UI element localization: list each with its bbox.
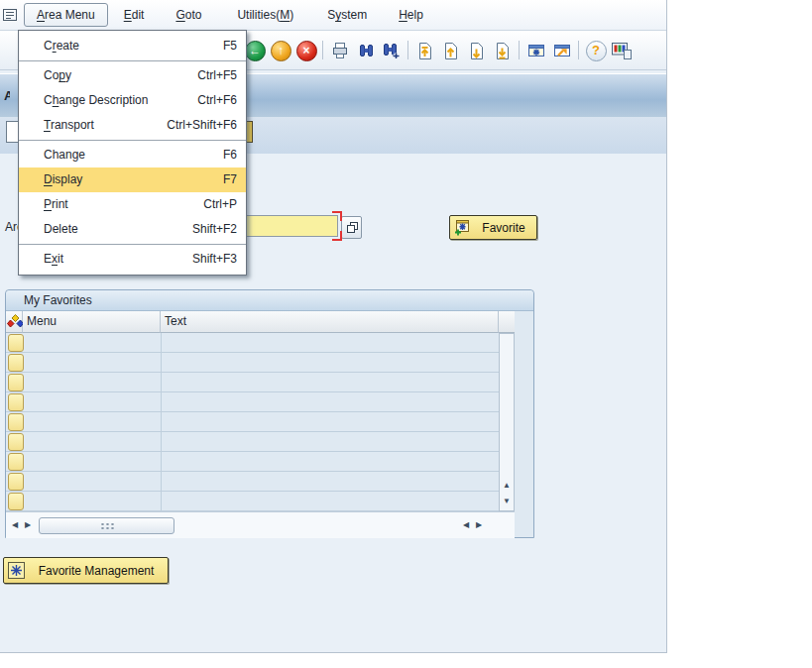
menu-item-transport[interactable]: Transport Ctrl+Shift+F6 xyxy=(19,113,246,138)
system-menu-icon[interactable] xyxy=(3,8,18,22)
menubar-item-area-menu[interactable]: Area Menu xyxy=(24,3,108,27)
area-menu-dropdown: Create F5 Copy Ctrl+F5 Change Descriptio… xyxy=(18,30,247,276)
menu-item-copy[interactable]: Copy Ctrl+F5 xyxy=(19,63,246,88)
favorites-table-body xyxy=(6,333,499,511)
column-header-menu[interactable]: Menu xyxy=(23,311,161,333)
row-select-button[interactable] xyxy=(8,374,24,391)
focus-corner xyxy=(332,231,342,241)
create-shortcut-icon[interactable] xyxy=(550,39,574,62)
exit-icon[interactable]: ↑ xyxy=(269,39,292,62)
scroll-up-icon[interactable]: ▲ xyxy=(500,478,514,494)
scroll-left-icon[interactable]: ◀ xyxy=(9,517,21,533)
menu-separator xyxy=(19,244,246,245)
matchcode-button[interactable] xyxy=(341,216,362,239)
first-page-icon[interactable] xyxy=(413,39,437,62)
vertical-scrollbar[interactable]: ▲ ▼ xyxy=(499,333,515,511)
add-favorite-icon xyxy=(454,219,471,236)
row-select-button[interactable] xyxy=(8,453,24,471)
text-cell xyxy=(161,333,499,352)
menubar: Area Menu Edit Goto Utilities(M) System … xyxy=(0,0,666,31)
text-cell xyxy=(161,412,499,431)
menu-cell xyxy=(23,392,162,411)
favorite-button[interactable]: Favorite xyxy=(449,215,537,240)
menubar-item-help[interactable]: Help xyxy=(389,4,433,26)
toolbar-separator xyxy=(407,41,408,59)
menu-item-change-description[interactable]: Change Description Ctrl+F6 xyxy=(19,88,246,113)
help-icon[interactable]: ? xyxy=(584,39,608,62)
column-header-text[interactable]: Text xyxy=(161,311,499,333)
table-row xyxy=(6,452,499,472)
row-select-button[interactable] xyxy=(8,393,24,411)
row-select-button[interactable] xyxy=(8,433,24,451)
menubar-item-goto[interactable]: Goto xyxy=(166,4,211,26)
cancel-icon[interactable]: × xyxy=(294,39,318,62)
menubar-item-edit[interactable]: Edit xyxy=(114,4,155,26)
print-icon[interactable] xyxy=(328,39,352,62)
overlapping-pages-icon xyxy=(345,221,359,235)
toolbar-separator xyxy=(519,41,520,59)
row-select-button[interactable] xyxy=(8,413,24,431)
menubar-item-utilities[interactable]: Utilities(M) xyxy=(227,4,303,26)
my-favorites-panel: My Favorites Menu Text xyxy=(5,289,534,538)
horizontal-scrollbar[interactable]: ◀ ▶ ◀ ▶ xyxy=(6,511,515,538)
menu-item-print[interactable]: Print Ctrl+P xyxy=(19,192,246,217)
menu-cell xyxy=(23,472,162,491)
hierarchy-icon xyxy=(7,314,24,328)
menu-item-exit[interactable]: Exit Shift+F3 xyxy=(19,247,246,272)
menu-item-change[interactable]: Change F6 xyxy=(19,143,246,167)
scroll-down-icon[interactable]: ▼ xyxy=(500,494,514,509)
last-page-icon[interactable] xyxy=(491,39,515,62)
table-row xyxy=(6,492,499,511)
menu-cell xyxy=(23,432,162,451)
screen: Area Menu Edit Goto Utilities(M) System … xyxy=(0,0,812,668)
scrollbar-thumb[interactable] xyxy=(39,517,174,534)
text-cell xyxy=(161,353,499,372)
table-row xyxy=(6,432,499,452)
previous-page-icon[interactable] xyxy=(439,39,463,62)
selection-column-header[interactable] xyxy=(6,311,23,333)
scrollbar-header-cap xyxy=(499,311,515,333)
scroll-left-icon[interactable]: ◀ xyxy=(460,517,472,533)
next-page-icon[interactable] xyxy=(465,39,489,62)
scroll-right-icon[interactable]: ▶ xyxy=(22,517,34,533)
favorite-management-label: Favorite Management xyxy=(25,564,168,578)
menu-cell xyxy=(23,373,162,391)
table-row xyxy=(6,412,499,432)
new-session-icon[interactable] xyxy=(524,39,548,62)
menubar-item-system[interactable]: System xyxy=(317,4,377,26)
menu-item-display[interactable]: Display F7 xyxy=(19,167,246,192)
table-row xyxy=(6,353,499,373)
find-icon[interactable] xyxy=(354,39,378,62)
favorite-button-label: Favorite xyxy=(471,221,536,235)
panel-title: My Favorites xyxy=(6,290,533,311)
menu-item-delete[interactable]: Delete Shift+F2 xyxy=(19,217,246,242)
table-header-row: Menu Text xyxy=(6,311,515,333)
window-title: A xyxy=(4,88,10,102)
menu-cell xyxy=(23,412,162,431)
text-cell xyxy=(161,452,499,471)
text-cell xyxy=(161,492,499,510)
thumb-grip xyxy=(100,522,114,529)
menu-item-create[interactable]: Create F5 xyxy=(19,34,246,58)
favorite-management-icon xyxy=(8,562,25,579)
menu-cell xyxy=(23,333,162,352)
toolbar-separator xyxy=(322,41,323,59)
sap-window: Area Menu Edit Goto Utilities(M) System … xyxy=(0,0,667,653)
text-cell xyxy=(161,472,499,491)
text-cell xyxy=(161,432,499,451)
customize-layout-icon[interactable] xyxy=(610,39,634,62)
favorite-management-button[interactable]: Favorite Management xyxy=(3,557,169,584)
menu-separator xyxy=(19,60,246,61)
row-select-button[interactable] xyxy=(8,354,24,372)
scroll-right-icon[interactable]: ▶ xyxy=(473,517,485,533)
row-select-button[interactable] xyxy=(8,473,24,491)
find-next-icon[interactable] xyxy=(380,39,404,62)
text-cell xyxy=(161,373,499,391)
row-select-button[interactable] xyxy=(8,334,24,352)
table-row xyxy=(6,392,499,412)
row-select-button[interactable] xyxy=(8,493,24,510)
table-row xyxy=(6,472,499,492)
text-cell xyxy=(161,392,499,411)
menu-cell xyxy=(23,353,162,372)
menu-separator xyxy=(19,140,246,141)
